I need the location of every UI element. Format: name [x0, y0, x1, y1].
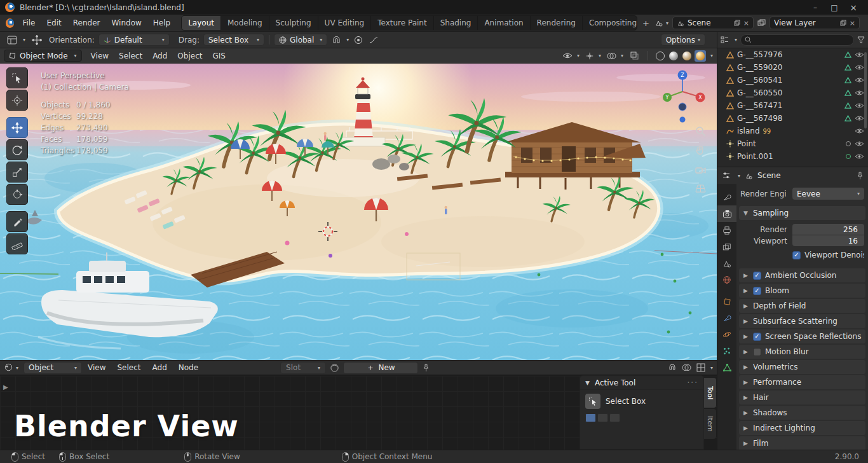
node-menu-add[interactable]: Add — [147, 361, 173, 374]
viewport-menu-select[interactable]: Select — [114, 50, 147, 62]
gizmos-icon[interactable] — [585, 52, 594, 60]
browse-scene-icon[interactable] — [654, 19, 663, 27]
minimize-button[interactable]: – — [806, 3, 825, 12]
outliner-row[interactable]: G-__567471 — [717, 99, 868, 112]
tab-shading[interactable]: Shading — [434, 16, 478, 30]
view-layer-field[interactable]: View Layer × — [770, 17, 860, 29]
outliner-row[interactable]: G-__559020 — [717, 61, 868, 74]
outliner-search-input[interactable] — [740, 34, 854, 46]
tab-uv-editing[interactable]: UV Editing — [318, 16, 372, 30]
shading-rendered-button[interactable] — [695, 50, 706, 62]
overlays-icon[interactable] — [682, 364, 691, 371]
display-mode-icon[interactable] — [721, 36, 729, 43]
panel-options-dots[interactable]: ··· — [688, 378, 698, 387]
shading-solid-button[interactable] — [668, 50, 679, 62]
camera-icon[interactable] — [693, 162, 708, 177]
scene-field[interactable]: Scene × — [672, 17, 754, 29]
tab-compositing[interactable]: Compositing — [583, 16, 637, 30]
tool-scale-button[interactable] — [6, 162, 28, 183]
pin-icon[interactable] — [423, 364, 430, 372]
zoom-icon[interactable] — [693, 123, 708, 139]
section-ambient-occlusion[interactable]: ▶✓Ambient Occlusion — [739, 268, 865, 282]
add-workspace-button[interactable]: + — [637, 17, 654, 29]
grid-perspective-icon[interactable] — [693, 181, 708, 197]
select-mode-subtract-button[interactable] — [609, 413, 620, 422]
active-tool-header[interactable]: ▼ Active Tool ··· — [580, 376, 703, 390]
overlays-icon[interactable] — [607, 52, 616, 60]
eye-icon[interactable] — [855, 115, 864, 121]
new-material-button[interactable]: ＋New — [343, 362, 418, 374]
viewport-menu-gis[interactable]: GIS — [207, 50, 230, 62]
tab-particles[interactable] — [717, 343, 736, 359]
tab-physics[interactable] — [717, 326, 736, 343]
eye-icon[interactable] — [855, 52, 864, 58]
viewport-3d[interactable]: Object Mode▾ View Select Add Object GIS … — [0, 48, 717, 360]
proportional-edit-icon[interactable] — [354, 36, 363, 45]
filter-funnel-icon[interactable] — [857, 36, 865, 44]
sidebar-tab-tool[interactable]: Tool — [704, 378, 716, 408]
section-performance[interactable]: ▶Performance — [739, 375, 865, 389]
pin-icon[interactable] — [857, 172, 864, 180]
camera-view-dot[interactable] — [675, 112, 690, 127]
tab-object-data[interactable] — [717, 359, 736, 376]
maximize-button[interactable]: □ — [825, 3, 844, 12]
outliner-row-island[interactable]: island 99 — [717, 125, 868, 137]
outliner-row-point001[interactable]: Point.001 — [717, 150, 868, 163]
render-samples-field[interactable]: 256 — [792, 224, 864, 235]
checkbox[interactable] — [753, 348, 761, 356]
shading-wireframe-button[interactable] — [654, 50, 666, 62]
grid-icon[interactable] — [696, 363, 705, 372]
options-dropdown[interactable]: Options▾ — [661, 34, 705, 46]
outliner-row-point[interactable]: Point — [717, 137, 868, 150]
eye-icon[interactable] — [855, 102, 864, 109]
tab-texture-paint[interactable]: Texture Paint — [371, 16, 433, 30]
tab-animation[interactable]: Animation — [478, 16, 530, 30]
eye-icon[interactable] — [855, 64, 864, 71]
checkbox[interactable]: ✓ — [753, 272, 761, 280]
viewport-samples-field[interactable]: 16 — [792, 235, 864, 246]
close-button[interactable]: × — [844, 3, 863, 13]
outliner-row[interactable]: G-__557976 — [717, 48, 868, 61]
section-motion-blur[interactable]: ▶Motion Blur — [739, 345, 865, 359]
editor-type-icon[interactable] — [4, 363, 13, 372]
snap-magnet-icon[interactable] — [332, 36, 341, 45]
shader-type-dropdown[interactable]: Object▾ — [24, 362, 82, 374]
viewport-menu-object[interactable]: Object — [172, 50, 207, 62]
section-indirect-lighting[interactable]: ▶Indirect Lighting — [739, 421, 865, 435]
viewport-menu-add[interactable]: Add — [147, 50, 172, 62]
app-menu-icon[interactable] — [6, 18, 14, 28]
select-mode-new-button[interactable] — [585, 413, 596, 422]
drag-dropdown[interactable]: Select Box▾ — [203, 34, 264, 46]
tab-modeling[interactable]: Modeling — [221, 16, 269, 30]
tab-view-layer[interactable] — [717, 238, 736, 255]
orientation-gizmo[interactable]: Z Y X — [660, 67, 705, 113]
section-film[interactable]: ▶Film — [739, 436, 865, 450]
shading-options-chevron-icon[interactable]: ▾ — [710, 53, 713, 59]
shading-material-button[interactable] — [681, 50, 693, 62]
eye-icon[interactable] — [855, 90, 864, 96]
section-volumetrics[interactable]: ▶Volumetrics — [739, 360, 865, 374]
section-shadows[interactable]: ▶Shadows — [739, 406, 865, 420]
eye-icon[interactable] — [855, 141, 864, 147]
eye-icon[interactable] — [855, 128, 864, 134]
sidebar-tab-item[interactable]: Item — [704, 409, 716, 439]
select-mode-extend-button[interactable] — [597, 413, 608, 422]
section-subsurface-scattering[interactable]: ▶Subsurface Scattering — [739, 314, 865, 328]
section-screen-space-reflections[interactable]: ▶✓Screen Space Reflections — [739, 329, 865, 343]
tab-scene[interactable] — [717, 255, 736, 272]
menu-edit[interactable]: Edit — [41, 17, 67, 29]
sidebar-expand-arrow[interactable]: ▶ — [3, 384, 8, 390]
tab-layout[interactable]: Layout — [182, 16, 221, 30]
outliner-row[interactable]: G-__560550 — [717, 86, 868, 99]
node-menu-view[interactable]: View — [82, 361, 111, 374]
tool-annotate-button[interactable] — [6, 211, 28, 232]
pan-hand-icon[interactable] — [693, 142, 708, 158]
mode-dropdown[interactable]: Object Mode▾ — [4, 50, 82, 62]
tool-transform-button[interactable] — [6, 184, 28, 205]
menu-render[interactable]: Render — [67, 17, 106, 29]
copy-icon[interactable] — [840, 20, 846, 26]
remove-icon[interactable]: × — [850, 19, 855, 27]
transform-pivot-dropdown[interactable]: Global▾ — [274, 34, 327, 46]
tool-measure-button[interactable] — [6, 233, 28, 254]
copy-icon[interactable] — [734, 20, 740, 26]
